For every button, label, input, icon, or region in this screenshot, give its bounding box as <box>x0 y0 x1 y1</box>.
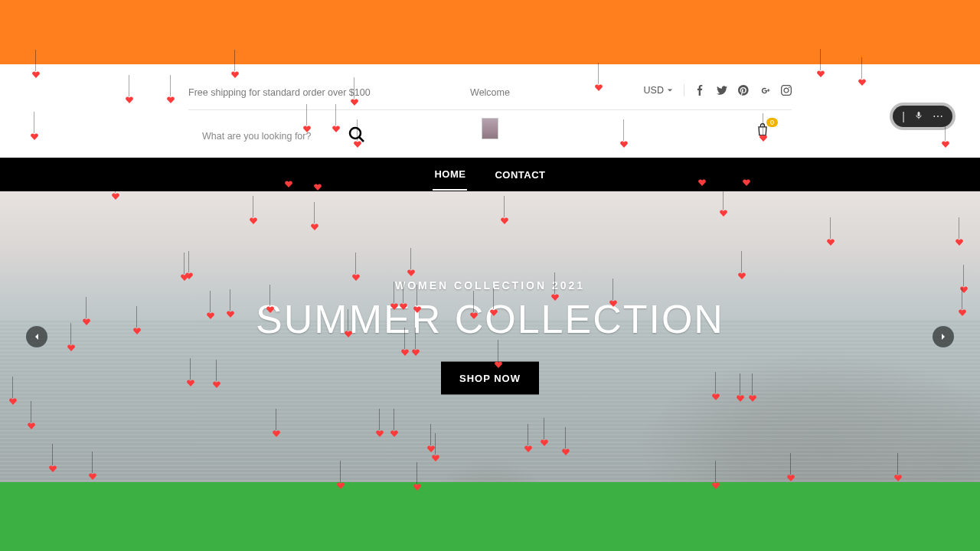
cart-button[interactable]: 0 <box>755 122 770 141</box>
chevron-down-icon <box>667 85 673 96</box>
facebook-icon[interactable] <box>695 85 706 96</box>
nav-home[interactable]: HOME <box>433 159 467 191</box>
pinterest-icon[interactable] <box>738 85 749 96</box>
svg-point-0 <box>350 128 361 139</box>
svg-line-1 <box>359 137 364 142</box>
hero-eyebrow: WOMEN COLLECTION 2021 <box>0 279 980 292</box>
topbar-inner: Free shipping for standard order over $1… <box>188 87 792 110</box>
midbar: 0 <box>0 118 980 155</box>
twitter-icon[interactable] <box>717 85 727 96</box>
nav-contact[interactable]: CONTACT <box>493 160 547 190</box>
toolbar-more[interactable]: ⋯ <box>933 111 943 122</box>
search-icon[interactable] <box>348 126 366 147</box>
topbar: Free shipping for standard order over $1… <box>0 64 980 110</box>
welcome-text: Welcome <box>470 87 510 98</box>
shipping-text: Free shipping for standard order over $1… <box>188 87 371 98</box>
hero: WOMEN COLLECTION 2021 SUMMER COLLECTION … <box>0 191 980 482</box>
search <box>202 126 366 147</box>
browser-toolbar: | ⋯ <box>893 106 952 127</box>
cart-badge: 0 <box>766 118 778 127</box>
separator <box>684 84 684 96</box>
toolbar-divider[interactable]: | <box>902 111 905 122</box>
topbar-right: USD <box>644 84 792 96</box>
frame-top-orange <box>0 0 980 64</box>
hero-headline: SUMMER COLLECTION <box>0 296 980 342</box>
mic-icon[interactable] <box>914 111 923 122</box>
currency-label: USD <box>644 85 664 96</box>
currency-selector[interactable]: USD <box>644 85 673 96</box>
instagram-icon[interactable] <box>781 85 792 96</box>
google-plus-icon[interactable] <box>760 85 770 96</box>
search-input[interactable] <box>202 131 340 142</box>
page: Free shipping for standard order over $1… <box>0 64 980 482</box>
shop-now-button[interactable]: SHOP NOW <box>441 362 539 395</box>
logo[interactable] <box>482 118 498 139</box>
hero-content: WOMEN COLLECTION 2021 SUMMER COLLECTION … <box>0 279 980 395</box>
navbar: HOME CONTACT <box>0 158 980 191</box>
frame-bottom-green <box>0 482 980 551</box>
